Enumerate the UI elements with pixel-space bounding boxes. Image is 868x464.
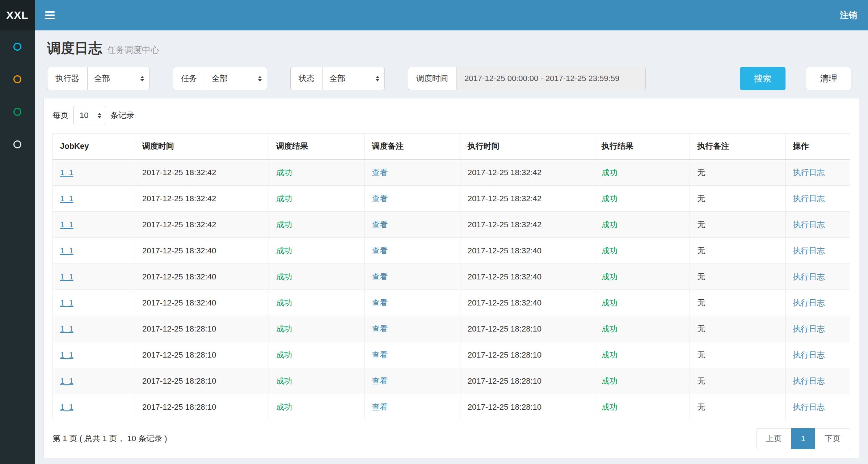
- logout-link[interactable]: 注销: [829, 9, 868, 21]
- jobkey-cell: 1_1: [53, 316, 135, 342]
- exec-time-cell: 2017-12-25 18:28:10: [460, 394, 594, 420]
- exec-result-text: 成功: [602, 376, 618, 385]
- jobkey-cell: 1_1: [53, 290, 135, 316]
- exec-remark-cell: 无: [690, 160, 785, 186]
- exec-time-cell: 2017-12-25 18:32:40: [460, 264, 594, 290]
- app-logo[interactable]: XXL: [0, 0, 35, 30]
- content-header: 调度日志 任务调度中心: [35, 30, 868, 63]
- exec-result-cell: 成功: [594, 212, 690, 238]
- next-page-button[interactable]: 下页: [815, 428, 850, 449]
- dispatch-time-cell: 2017-12-25 18:32:42: [135, 186, 269, 212]
- view-remark-link[interactable]: 查看: [372, 298, 388, 307]
- view-remark-link[interactable]: 查看: [372, 350, 388, 359]
- exec-time-cell: 2017-12-25 18:32:40: [460, 290, 594, 316]
- dispatch-result-cell: 成功: [269, 212, 365, 238]
- search-button[interactable]: 搜索: [740, 67, 785, 90]
- exec-log-link[interactable]: 执行日志: [793, 168, 825, 177]
- exec-log-link[interactable]: 执行日志: [793, 220, 825, 229]
- hamburger-icon: [45, 18, 55, 19]
- jobkey-link[interactable]: 1_1: [60, 298, 73, 307]
- view-remark-link[interactable]: 查看: [372, 324, 388, 333]
- log-row: 1_12017-12-25 18:28:10成功查看2017-12-25 18:…: [53, 342, 850, 368]
- dispatch-time-cell: 2017-12-25 18:28:10: [135, 342, 269, 368]
- view-remark-link[interactable]: 查看: [372, 194, 388, 203]
- prev-page-button[interactable]: 上页: [756, 428, 792, 449]
- view-remark-link[interactable]: 查看: [372, 376, 388, 385]
- exec-log-link[interactable]: 执行日志: [793, 350, 825, 359]
- exec-log-link[interactable]: 执行日志: [793, 402, 825, 412]
- view-remark-link[interactable]: 查看: [372, 168, 388, 177]
- jobkey-link[interactable]: 1_1: [60, 376, 73, 385]
- jobkey-cell: 1_1: [53, 160, 135, 186]
- jobkey-link[interactable]: 1_1: [60, 246, 73, 255]
- exec-time-cell: 2017-12-25 18:28:10: [460, 368, 594, 394]
- executor-filter-select[interactable]: 全部: [87, 67, 149, 90]
- exec-log-link[interactable]: 执行日志: [793, 298, 825, 307]
- exec-time-cell: 2017-12-25 18:32:40: [460, 238, 594, 264]
- jobkey-link[interactable]: 1_1: [60, 350, 73, 359]
- page-size-select[interactable]: 10: [73, 106, 105, 125]
- view-remark-link[interactable]: 查看: [372, 220, 388, 229]
- action-cell: 执行日志: [785, 212, 850, 238]
- dispatch-result-cell: 成功: [269, 394, 365, 420]
- exec-remark-cell: 无: [690, 316, 785, 342]
- job-filter-select[interactable]: 全部: [205, 67, 267, 90]
- jobkey-cell: 1_1: [53, 368, 135, 394]
- exec-result-text: 成功: [602, 168, 618, 177]
- sidebar-item-4[interactable]: [0, 128, 35, 161]
- exec-result-cell: 成功: [594, 394, 690, 420]
- dispatch-result-cell: 成功: [269, 160, 365, 186]
- pagination-summary: 第 1 页 ( 总共 1 页， 10 条记录 ): [52, 433, 167, 444]
- status-filter-group: 状态 全部: [290, 67, 385, 90]
- dispatch-time-cell: 2017-12-25 18:28:10: [135, 394, 269, 420]
- dispatch-remark-cell: 查看: [365, 316, 460, 342]
- jobkey-link[interactable]: 1_1: [60, 272, 73, 281]
- dispatch-time-cell: 2017-12-25 18:32:40: [135, 264, 269, 290]
- clear-button[interactable]: 清理: [806, 67, 851, 90]
- jobkey-link[interactable]: 1_1: [60, 402, 73, 412]
- time-range-input[interactable]: 2017-12-25 00:00:00 - 2017-12-25 23:59:5…: [456, 67, 646, 90]
- dispatch-result-cell: 成功: [269, 316, 365, 342]
- sidebar-toggle-button[interactable]: [35, 0, 65, 30]
- exec-log-link[interactable]: 执行日志: [793, 194, 825, 203]
- sidebar-item-3[interactable]: [0, 96, 35, 128]
- jobkey-link[interactable]: 1_1: [60, 220, 73, 229]
- sidebar-item-1[interactable]: [0, 30, 35, 63]
- time-filter-group: 调度时间 2017-12-25 00:00:00 - 2017-12-25 23…: [408, 67, 646, 90]
- status-filter-select[interactable]: 全部: [323, 67, 385, 90]
- current-page-button[interactable]: 1: [791, 428, 815, 449]
- dispatch-result-cell: 成功: [269, 238, 365, 264]
- select-arrows-icon: [140, 76, 144, 81]
- log-table-body: 1_12017-12-25 18:32:42成功查看2017-12-25 18:…: [53, 160, 850, 420]
- jobkey-link[interactable]: 1_1: [60, 168, 73, 177]
- exec-result-cell: 成功: [594, 290, 690, 316]
- view-remark-link[interactable]: 查看: [372, 246, 388, 255]
- view-remark-link[interactable]: 查看: [372, 272, 388, 281]
- dispatch-result-cell: 成功: [269, 368, 365, 394]
- dispatch-remark-cell: 查看: [365, 342, 460, 368]
- page-size-row: 每页 10 条记录: [52, 106, 850, 125]
- column-header-4: 调度备注: [365, 134, 460, 160]
- dispatch-result-text: 成功: [276, 272, 292, 281]
- dispatch-time-cell: 2017-12-25 18:28:10: [135, 368, 269, 394]
- hamburger-icon: [45, 11, 55, 13]
- exec-log-link[interactable]: 执行日志: [793, 376, 825, 385]
- page-size-prefix: 每页: [52, 110, 68, 121]
- jobkey-link[interactable]: 1_1: [60, 194, 73, 203]
- filter-toolbar: 执行器 全部 任务 全部 状态 全部 调度时间 2017-12-25 00:00…: [47, 67, 851, 90]
- dispatch-time-cell: 2017-12-25 18:32:42: [135, 212, 269, 238]
- dispatch-result-cell: 成功: [269, 186, 365, 212]
- select-arrows-icon: [98, 113, 101, 118]
- page-title: 调度日志: [47, 39, 102, 58]
- view-remark-link[interactable]: 查看: [372, 402, 388, 412]
- exec-log-link[interactable]: 执行日志: [793, 324, 825, 333]
- exec-time-cell: 2017-12-25 18:32:42: [460, 160, 594, 186]
- exec-remark-cell: 无: [690, 238, 785, 264]
- jobkey-link[interactable]: 1_1: [60, 324, 73, 333]
- exec-log-link[interactable]: 执行日志: [793, 246, 825, 255]
- exec-time-cell: 2017-12-25 18:28:10: [460, 316, 594, 342]
- jobkey-cell: 1_1: [53, 212, 135, 238]
- exec-log-link[interactable]: 执行日志: [793, 272, 825, 281]
- sidebar-item-2[interactable]: [0, 63, 35, 96]
- dispatch-remark-cell: 查看: [365, 290, 460, 316]
